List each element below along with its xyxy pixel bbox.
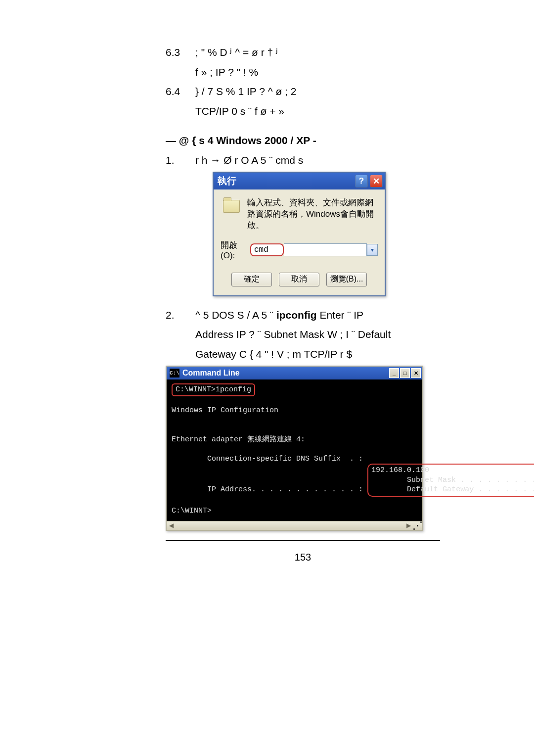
run-dialog-title: 執行 — [218, 175, 353, 188]
console-dns-suffix: Connection-specific DNS Suffix . : — [207, 455, 363, 463]
run-dialog-buttons: 確定 取消 瀏覽(B)... — [221, 273, 378, 286]
section-6-4-label: 6.4 — [166, 84, 195, 99]
maximize-icon[interactable]: □ — [400, 368, 410, 378]
console-ip-value: 192.168.0.100 — [371, 466, 429, 474]
section-6-3-cont: f » ; IP ? " ! % — [166, 64, 440, 80]
run-dialog-combo[interactable]: ▾ — [250, 243, 378, 256]
section-6-4-cont: TCP/IP 0 s ¨ f ø + » — [166, 103, 440, 119]
help-icon[interactable]: ? — [355, 175, 368, 188]
run-dialog-input[interactable] — [250, 243, 284, 256]
run-dialog-body: 輸入程式、資料夾、文件或網際網路資源的名稱，Windows會自動開啟。 開啟(O… — [214, 189, 385, 295]
console-title: Command Line — [182, 369, 388, 378]
cancel-button[interactable]: 取消 — [279, 273, 319, 286]
section-6-4: 6.4 } / 7 S % 1 IP ? ^ ø ; 2 — [166, 84, 440, 99]
chevron-down-icon[interactable]: ▾ — [367, 244, 378, 256]
divider — [166, 540, 440, 541]
step-2-line3: Gateway C { 4 " ! V ; m TCP/IP r $ — [166, 346, 440, 362]
section-6-3-text: ; " % D ʲ ^ = ø r † ʲ — [195, 45, 440, 60]
console-body: C:\WINNT>ipconfig Windows IP Configurati… — [167, 379, 534, 521]
run-dialog-open-label: 開啟(O): — [221, 239, 250, 261]
console-values-highlight: 192.168.0.100 Subnet Mask . . . . . . . … — [367, 464, 534, 497]
console-mask-label: Subnet Mask . . . . . . . . . . . : — [407, 476, 534, 484]
scroll-right-icon[interactable]: ▶ — [404, 521, 413, 530]
close-icon[interactable]: ✕ — [370, 175, 383, 188]
console-icon: C:\ — [170, 369, 179, 378]
section-6-3: 6.3 ; " % D ʲ ^ = ø r † ʲ — [166, 45, 440, 60]
console-gw-label: Default Gateway . . . . . . . . . : — [407, 485, 534, 494]
browse-button[interactable]: 瀏覽(B)... — [326, 273, 367, 286]
console-prompt-highlight: C:\WINNT>ipconfig — [172, 383, 255, 396]
console-hscroll[interactable]: ◀ ▶ ⋰ — [167, 521, 422, 530]
run-dialog-description: 輸入程式、資料夾、文件或網際網路資源的名稱，Windows會自動開啟。 — [242, 197, 378, 232]
section-6-4-text: } / 7 S % 1 IP ? ^ ø ; 2 — [195, 84, 440, 99]
step-2-label: 2. — [166, 307, 195, 323]
run-dialog: 執行 ? ✕ 輸入程式、資料夾、文件或網際網路資源的名稱，Windows會自動開… — [213, 172, 386, 296]
run-dialog-combo-fill — [284, 243, 367, 256]
console-close-icon[interactable]: ✕ — [411, 368, 421, 378]
scroll-left-icon[interactable]: ◀ — [167, 521, 176, 530]
step-2-line1: ^ 5 DOS S / A 5 ¨ ipconfig Enter ¨ IP — [195, 307, 440, 323]
console-prompt2: C:\WINNT> — [172, 507, 212, 515]
step-1-label: 1. — [166, 152, 195, 168]
section-title: — @ { s 4 Windows 2000 / XP - — [166, 133, 440, 148]
minimize-icon[interactable]: _ — [389, 368, 399, 378]
step-1: 1. r h → Ø r O A 5 ¨ cmd s — [166, 152, 440, 168]
step-2: 2. ^ 5 DOS S / A 5 ¨ ipconfig Enter ¨ IP — [166, 307, 440, 323]
ok-button[interactable]: 確定 — [231, 273, 272, 286]
run-dialog-folder-icon — [221, 197, 242, 215]
step-1-text: r h → Ø r O A 5 ¨ cmd s — [195, 152, 440, 168]
console-ip-label: IP Address. . . . . . . . . . . . : — [207, 485, 363, 494]
step-2-line2: Address IP ? ¨ Subnet Mask W ; I ¨ Defau… — [166, 327, 440, 342]
console-heading: Windows IP Configuration — [172, 406, 278, 415]
run-dialog-titlebar: 執行 ? ✕ — [214, 173, 385, 189]
console-adapter: Ethernet adapter 無線網路連線 4: — [172, 435, 305, 444]
console-titlebar: C:\ Command Line _ □ ✕ — [167, 367, 422, 379]
section-6-3-label: 6.3 — [166, 45, 195, 60]
resize-grip-icon[interactable]: ⋰ — [413, 521, 422, 530]
page-number: 153 — [166, 552, 440, 563]
console-window: C:\ Command Line _ □ ✕ C:\WINNT>ipconfig… — [166, 366, 423, 531]
